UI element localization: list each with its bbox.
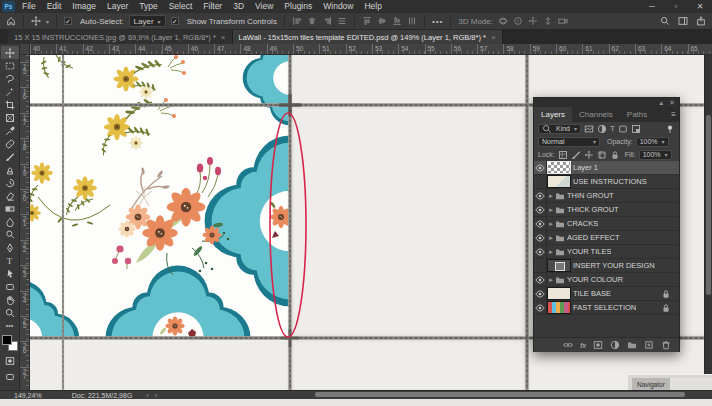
menu-select[interactable]: Select	[169, 0, 193, 13]
tab-paths[interactable]: Paths	[620, 107, 654, 122]
layer-row[interactable]: USE INSTRUCTIONS	[534, 175, 679, 189]
tab-layers[interactable]: Layers	[534, 107, 572, 122]
visibility-toggle[interactable]	[534, 259, 547, 272]
align-center-icon[interactable]	[307, 16, 317, 26]
visibility-toggle[interactable]	[534, 175, 547, 188]
align-bottom-icon[interactable]	[392, 16, 402, 26]
visibility-toggle[interactable]	[534, 161, 547, 174]
close-tab-icon[interactable]: ×	[491, 33, 496, 42]
screen-mode-button[interactable]	[1, 370, 19, 383]
dodge-tool[interactable]	[1, 228, 19, 241]
3d-roll-icon[interactable]	[513, 16, 523, 26]
hand-tool[interactable]	[1, 293, 19, 306]
visibility-toggle[interactable]	[534, 245, 547, 258]
add-mask-icon[interactable]	[593, 340, 603, 350]
expand-group-icon[interactable]: ▸	[547, 248, 555, 256]
move-tool-icon[interactable]	[31, 16, 41, 26]
panel-close-icon[interactable]: ✕	[669, 98, 675, 107]
visibility-toggle[interactable]	[534, 287, 547, 300]
tab-navigator[interactable]: Navigator	[632, 378, 670, 390]
vertical-scrollbar[interactable]	[704, 55, 712, 390]
tab-channels[interactable]: Channels	[572, 107, 620, 122]
zoom-level[interactable]: 149,24%	[14, 392, 42, 399]
show-transform-checkbox[interactable]: ✓	[171, 17, 179, 25]
eraser-tool[interactable]	[1, 189, 19, 202]
workspace-switcher-icon[interactable]	[678, 16, 688, 26]
expand-group-icon[interactable]: ▸	[547, 220, 555, 228]
pixel-layer-filter-icon[interactable]	[584, 124, 594, 134]
lock-transparent-icon[interactable]	[558, 150, 568, 160]
close-tab-icon[interactable]: ×	[221, 33, 226, 42]
panel-menu-icon[interactable]: ≡	[671, 110, 675, 119]
blend-mode-dropdown[interactable]: Normal▾	[538, 137, 600, 147]
visibility-toggle[interactable]	[534, 273, 547, 286]
menu-plugins[interactable]: Plugins	[284, 0, 312, 13]
brush-tool[interactable]	[1, 150, 19, 163]
align-middle-icon[interactable]	[377, 16, 387, 26]
distribute-horizontal-icon[interactable]	[337, 16, 347, 26]
auto-select-checkbox[interactable]: ✓	[64, 17, 72, 25]
panel-collapse-icon[interactable]: ▴	[660, 98, 664, 107]
layer-row[interactable]: ▸AGED EFFECT	[534, 231, 679, 245]
layer-row[interactable]: FAST SELECTION	[534, 301, 679, 315]
new-layer-icon[interactable]	[644, 340, 654, 350]
visibility-toggle[interactable]	[534, 231, 547, 244]
layer-row[interactable]: Layer 1	[534, 161, 679, 175]
clone-stamp-tool[interactable]	[1, 163, 19, 176]
filter-kind-dropdown[interactable]: Kind ▾	[538, 124, 581, 134]
layer-thumbnail[interactable]	[548, 302, 570, 313]
menu-file[interactable]: File	[22, 0, 36, 13]
vertical-ruler[interactable]: 15161718192021222324252627	[20, 55, 30, 390]
layer-thumbnail[interactable]	[548, 176, 570, 187]
lasso-tool[interactable]	[1, 72, 19, 85]
menu-edit[interactable]: Edit	[47, 0, 62, 13]
menu-image[interactable]: Image	[72, 0, 96, 13]
chevron-down-icon[interactable]: ▾	[46, 18, 49, 25]
maximize-button[interactable]: ▫	[664, 0, 688, 13]
new-adjustment-icon[interactable]	[610, 340, 620, 350]
home-icon[interactable]	[6, 16, 16, 26]
menu-view[interactable]: View	[255, 0, 273, 13]
horizontal-scrollbar-thumb[interactable]	[315, 392, 685, 397]
visibility-toggle[interactable]	[534, 301, 547, 314]
crop-tool[interactable]	[1, 98, 19, 111]
menu-3d[interactable]: 3D	[233, 0, 244, 13]
path-selection-tool[interactable]	[1, 267, 19, 280]
move-tool[interactable]	[1, 46, 19, 59]
quick-mask-button[interactable]	[1, 354, 19, 367]
delete-layer-icon[interactable]	[661, 340, 671, 350]
align-top-icon[interactable]	[362, 16, 372, 26]
3d-slide-icon[interactable]	[543, 16, 553, 26]
color-swatches[interactable]	[2, 335, 18, 351]
type-tool[interactable]: T	[1, 254, 19, 267]
foreground-color-swatch[interactable]	[2, 335, 12, 345]
visibility-toggle[interactable]	[534, 189, 547, 202]
type-filter-icon[interactable]: T	[610, 124, 615, 133]
lock-artboard-icon[interactable]	[597, 150, 607, 160]
layer-row[interactable]: TILE BASE	[534, 287, 679, 301]
frame-tool[interactable]	[1, 111, 19, 124]
document-tab-1[interactable]: 15 X 15 INSTRUCCIONES.jpg @ 69,9% (Layer…	[8, 30, 233, 44]
object-selection-tool[interactable]	[1, 85, 19, 98]
more-options-button[interactable]: •••	[432, 17, 443, 26]
rectangle-tool[interactable]	[1, 280, 19, 293]
layer-thumbnail[interactable]	[548, 288, 570, 299]
menu-window[interactable]: Window	[323, 0, 353, 13]
minimize-button[interactable]: ─	[640, 0, 664, 13]
expand-group-icon[interactable]: ▸	[547, 276, 555, 284]
layer-style-button[interactable]: fx	[580, 341, 586, 350]
photoshop-logo[interactable]: Ps	[2, 1, 15, 12]
visibility-toggle[interactable]	[534, 217, 547, 230]
search-icon[interactable]	[660, 16, 670, 26]
adjustment-filter-icon[interactable]	[597, 124, 607, 134]
marquee-tool[interactable]	[1, 59, 19, 72]
blur-tool[interactable]	[1, 215, 19, 228]
layer-row[interactable]: ▸YOUR COLOUR	[534, 273, 679, 287]
layer-row[interactable]: ▸THIN GROUT	[534, 189, 679, 203]
expand-group-icon[interactable]: ▸	[547, 234, 555, 242]
filter-toggle-icon[interactable]	[665, 124, 675, 134]
menu-filter[interactable]: Filter	[203, 0, 222, 13]
align-left-icon[interactable]	[292, 16, 302, 26]
horizontal-scrollbar[interactable]	[150, 391, 700, 398]
eyedropper-tool[interactable]	[1, 124, 19, 137]
